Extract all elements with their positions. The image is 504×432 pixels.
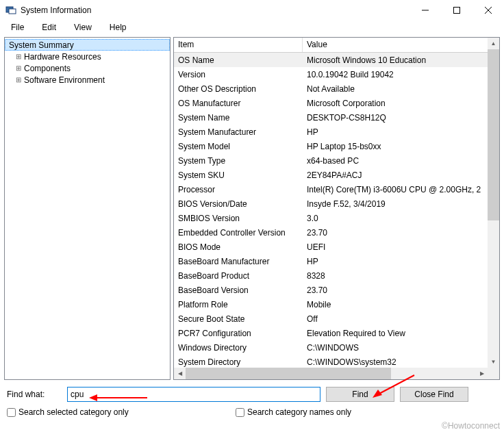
list-row[interactable]: BIOS Version/DateInsyde F.52, 3/4/2019 xyxy=(174,196,488,211)
list-row[interactable]: Windows DirectoryC:\WINDOWS xyxy=(174,340,488,355)
cell-item: OS Name xyxy=(174,55,303,65)
list-row[interactable]: Other OS DescriptionNot Available xyxy=(174,81,488,96)
cell-value: DESKTOP-CS8H12Q xyxy=(303,113,488,123)
cell-item: PCR7 Configuration xyxy=(174,329,303,338)
cell-value: Mobile xyxy=(303,300,488,309)
list-row[interactable]: OS NameMicrosoft Windows 10 Education xyxy=(174,53,488,67)
horizontal-scrollbar[interactable]: ◀ ▶ xyxy=(174,368,488,379)
cell-item: Platform Role xyxy=(174,300,303,309)
window-controls xyxy=(410,0,504,21)
watermark: ©Howtoconnect xyxy=(442,421,500,431)
cell-item: BaseBoard Version xyxy=(174,285,303,295)
tree-label: Components xyxy=(24,64,71,73)
scroll-thumb[interactable] xyxy=(488,49,499,220)
details-pane: Item Value OS NameMicrosoft Windows 10 E… xyxy=(173,37,500,380)
cell-value: Microsoft Windows 10 Education xyxy=(303,55,488,65)
cell-value: Elevation Required to View xyxy=(303,329,488,338)
maximize-button[interactable] xyxy=(441,0,473,21)
close-button[interactable] xyxy=(473,0,504,21)
cell-item: BIOS Mode xyxy=(174,242,303,252)
scroll-track[interactable] xyxy=(186,368,476,379)
window-title: System Information xyxy=(21,5,410,15)
list-body[interactable]: OS NameMicrosoft Windows 10 EducationVer… xyxy=(174,53,488,368)
cell-value: 23.70 xyxy=(303,228,488,238)
tree-item-system-summary[interactable]: System Summary xyxy=(5,39,170,51)
cell-item: System Model xyxy=(174,142,303,151)
find-input[interactable] xyxy=(67,387,320,402)
cell-item: Other OS Description xyxy=(174,84,303,94)
menu-edit[interactable]: Edit xyxy=(34,21,64,34)
cell-value: Intel(R) Core(TM) i3-6006U CPU @ 2.00GHz… xyxy=(303,185,488,194)
tree-item-hardware-resources[interactable]: ⊞ Hardware Resources xyxy=(5,51,170,62)
search-selected-checkbox[interactable]: Search selected category only xyxy=(7,407,233,417)
cell-item: Secure Boot State xyxy=(174,314,303,324)
checkbox-input[interactable] xyxy=(7,408,16,417)
tree-pane[interactable]: System Summary ⊞ Hardware Resources ⊞ Co… xyxy=(4,37,171,380)
list-row[interactable]: System ModelHP Laptop 15-bs0xx xyxy=(174,139,488,153)
list-row[interactable]: OS ManufacturerMicrosoft Corporation xyxy=(174,96,488,110)
scroll-up-icon[interactable]: ▲ xyxy=(488,38,499,49)
list-row[interactable]: BaseBoard ManufacturerHP xyxy=(174,254,488,268)
checkbox-input[interactable] xyxy=(236,408,244,417)
list-row[interactable]: SMBIOS Version3.0 xyxy=(174,211,488,225)
scroll-down-icon[interactable]: ▼ xyxy=(488,356,499,368)
tree-expander-icon[interactable]: ⊞ xyxy=(14,64,23,72)
scroll-right-icon[interactable]: ▶ xyxy=(476,368,488,379)
cell-item: Version xyxy=(174,70,303,79)
scroll-left-icon[interactable]: ◀ xyxy=(174,368,186,379)
app-icon xyxy=(5,5,16,16)
list-row[interactable]: ProcessorIntel(R) Core(TM) i3-6006U CPU … xyxy=(174,182,488,196)
main-panes: System Summary ⊞ Hardware Resources ⊞ Co… xyxy=(0,34,504,380)
list-row[interactable]: System Typex64-based PC xyxy=(174,153,488,168)
cell-item: System Manufacturer xyxy=(174,127,303,137)
scroll-thumb[interactable] xyxy=(186,368,391,379)
cell-item: System SKU xyxy=(174,170,303,180)
list-row[interactable]: PCR7 ConfigurationElevation Required to … xyxy=(174,326,488,340)
cell-value: C:\WINDOWS\system32 xyxy=(303,357,488,367)
list-row[interactable]: Version10.0.19042 Build 19042 xyxy=(174,67,488,81)
list-row[interactable]: BaseBoard Product8328 xyxy=(174,268,488,283)
close-find-button[interactable]: Close Find xyxy=(400,387,468,402)
list-row[interactable]: System NameDESKTOP-CS8H12Q xyxy=(174,110,488,125)
header-item[interactable]: Item xyxy=(174,38,303,52)
header-value[interactable]: Value xyxy=(303,38,499,52)
list-row[interactable]: System SKU2EY84PA#ACJ xyxy=(174,168,488,182)
list-row[interactable]: BaseBoard Version23.70 xyxy=(174,283,488,297)
cell-value: C:\WINDOWS xyxy=(303,343,488,353)
tree-label: Hardware Resources xyxy=(24,52,101,62)
scroll-corner xyxy=(488,368,499,379)
tree-label: System Summary xyxy=(9,40,74,50)
cell-value: 2EY84PA#ACJ xyxy=(303,170,488,180)
list-row[interactable]: Platform RoleMobile xyxy=(174,297,488,312)
tree-expander-icon[interactable]: ⊞ xyxy=(14,53,23,60)
tree-expander-icon[interactable]: ⊞ xyxy=(14,76,23,84)
cell-value: Not Available xyxy=(303,84,488,94)
menu-help[interactable]: Help xyxy=(101,21,135,34)
menu-file[interactable]: File xyxy=(3,21,32,34)
find-label: Find what: xyxy=(7,390,62,399)
cell-value: HP Laptop 15-bs0xx xyxy=(303,142,488,151)
minimize-button[interactable] xyxy=(410,0,441,21)
menu-view[interactable]: View xyxy=(66,21,100,34)
list-row[interactable]: System DirectoryC:\WINDOWS\system32 xyxy=(174,355,488,368)
list-row[interactable]: BIOS ModeUEFI xyxy=(174,240,488,254)
tree-item-software-environment[interactable]: ⊞ Software Environment xyxy=(5,74,170,86)
cell-item: Processor xyxy=(174,185,303,194)
list-row[interactable]: Secure Boot StateOff xyxy=(174,312,488,326)
list-row[interactable]: Embedded Controller Version23.70 xyxy=(174,225,488,240)
list-header: Item Value xyxy=(174,38,499,53)
checkbox-label: Search category names only xyxy=(247,407,351,417)
scroll-track[interactable] xyxy=(488,49,499,356)
cell-item: BaseBoard Manufacturer xyxy=(174,257,303,266)
checkbox-label: Search selected category only xyxy=(18,407,129,417)
tree-item-components[interactable]: ⊞ Components xyxy=(5,62,170,74)
list-row[interactable]: System ManufacturerHP xyxy=(174,125,488,139)
titlebar: System Information xyxy=(0,0,504,21)
cell-item: System Directory xyxy=(174,357,303,367)
vertical-scrollbar[interactable]: ▲ ▼ xyxy=(488,38,499,368)
svg-rect-3 xyxy=(454,8,460,14)
search-category-names-checkbox[interactable]: Search category names only xyxy=(236,407,351,417)
find-button[interactable]: Find xyxy=(326,387,394,402)
cell-item: BaseBoard Product xyxy=(174,271,303,281)
svg-rect-1 xyxy=(9,9,16,14)
